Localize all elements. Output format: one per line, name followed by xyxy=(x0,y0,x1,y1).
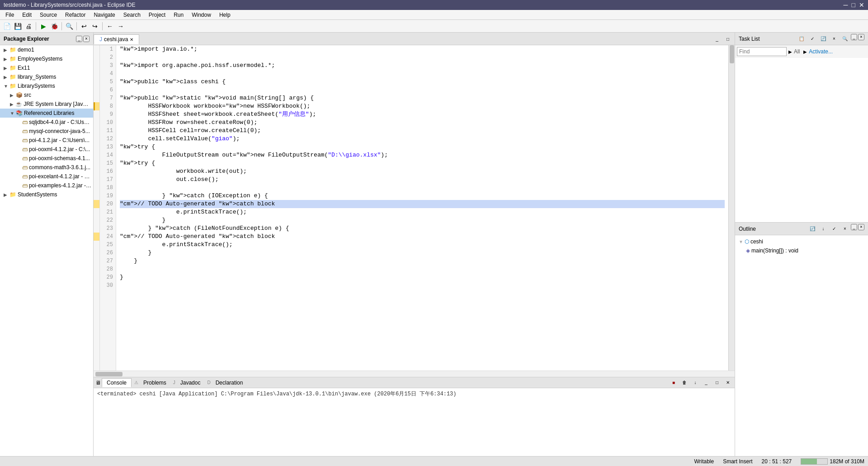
code-line-18[interactable] xyxy=(120,184,725,192)
console-close-btn[interactable]: ✕ xyxy=(723,378,733,388)
menu-project[interactable]: Project xyxy=(145,11,169,19)
tree-item-sqljdbc4-4-0-jar---c--use---[interactable]: 🗃sqljdbc4-4.0.jar - C:\Use... xyxy=(0,118,93,127)
outline-toolbar-btn3[interactable]: ✓ xyxy=(829,224,839,234)
code-line-11[interactable]: HSSFCell cell=row.createCell(0); xyxy=(120,127,725,135)
tree-item-poi-excelant-4-1-2-jar---c---[interactable]: 🗃poi-excelant-4.1.2.jar - C... xyxy=(0,172,93,181)
editor-area[interactable]: 1234567891011121314151617181920212223242… xyxy=(94,45,735,371)
outline-content[interactable]: ▼⬡ceshi◈main(String[]) : void xyxy=(735,235,868,456)
code-line-7[interactable]: "kw">public "kw">static "kw">void main(S… xyxy=(120,94,725,102)
editor-tab-ceshi[interactable]: J ceshi.java ✕ xyxy=(94,34,139,44)
code-line-2[interactable] xyxy=(120,53,725,62)
package-explorer-content[interactable]: ▶📁demo1▶📁EmployeeSystems▶📁Ex11▶📁library_… xyxy=(0,45,93,456)
outline-close-btn[interactable]: × xyxy=(858,224,864,230)
maximize-button[interactable]: □ xyxy=(852,1,855,9)
code-line-24[interactable]: "cm">// TODO Auto-generated "kw">catch b… xyxy=(120,233,725,241)
editor-maximize-btn[interactable]: □ xyxy=(723,34,733,44)
tree-item-employeesystems[interactable]: ▶📁EmployeeSystems xyxy=(0,54,93,63)
pkg-close-btn[interactable]: × xyxy=(83,36,90,42)
tree-item-studentsystems[interactable]: ▶📁StudentSystems xyxy=(0,190,93,199)
tree-item-library-systems[interactable]: ▶📁library_Systems xyxy=(0,72,93,81)
outline-minimize-btn[interactable]: _ xyxy=(851,224,857,230)
tree-item-poi-4-1-2-jar---c--users----[interactable]: 🗃poi-4.1.2.jar - C:\Users\... xyxy=(0,136,93,145)
navigate-back-button[interactable]: ← xyxy=(105,21,115,31)
code-line-21[interactable]: e.printStackTrace(); xyxy=(120,208,725,216)
memory-indicator[interactable]: 182M of 310M xyxy=(801,458,864,465)
code-line-9[interactable]: HSSFSheet sheet=workbook.createSheet("用户… xyxy=(120,110,725,119)
search-button[interactable]: 🔍 xyxy=(64,21,74,31)
code-line-6[interactable] xyxy=(120,86,725,94)
tree-item-demo1[interactable]: ▶📁demo1 xyxy=(0,45,93,54)
menu-refactor[interactable]: Refactor xyxy=(61,11,89,19)
tree-item-referenced-libraries[interactable]: ▼📚Referenced Libraries xyxy=(0,109,93,118)
editor-horizontal-scrollbar[interactable] xyxy=(94,371,735,377)
code-line-3[interactable]: "kw">import org.apache.poi.hssf.usermode… xyxy=(120,62,725,70)
code-line-8[interactable]: HSSFWorkbook workbook="kw">new HSSFWorkb… xyxy=(120,102,725,110)
code-line-13[interactable]: "kw">try { xyxy=(120,143,725,151)
tree-item-ex11[interactable]: ▶📁Ex11 xyxy=(0,63,93,72)
tree-collapse-arrow[interactable]: ▶ xyxy=(10,102,14,107)
code-line-22[interactable]: } xyxy=(120,216,725,224)
code-line-4[interactable] xyxy=(120,70,725,78)
tree-expand-arrow[interactable]: ▼ xyxy=(10,111,14,116)
tree-collapse-arrow[interactable]: ▶ xyxy=(4,192,8,197)
code-line-20[interactable]: "cm">// TODO Auto-generated "kw">catch b… xyxy=(120,200,725,208)
console-scroll-btn[interactable]: ↓ xyxy=(690,378,700,388)
code-line-26[interactable]: } xyxy=(120,249,725,257)
tasklist-toolbar-btn5[interactable]: 🔍 xyxy=(840,34,850,44)
tree-expand-arrow[interactable]: ▼ xyxy=(4,84,8,89)
run-button[interactable]: ▶ xyxy=(38,21,48,31)
tab-console[interactable]: Console xyxy=(102,378,132,387)
code-line-15[interactable]: "kw">try { xyxy=(120,159,725,167)
tasklist-toolbar-btn4[interactable]: × xyxy=(829,34,839,44)
outline-toolbar-btn1[interactable]: 🔃 xyxy=(807,224,817,234)
code-line-14[interactable]: FileOutputStream out="kw">new FileOutput… xyxy=(120,151,725,159)
tasklist-toolbar-btn1[interactable]: 📋 xyxy=(797,34,807,44)
tree-item-commons-math3-3-6-1-j---[interactable]: 🗃commons-math3-3.6.1.j... xyxy=(0,163,93,172)
code-line-17[interactable]: out.close(); xyxy=(120,176,725,184)
tab-close-icon[interactable]: ✕ xyxy=(130,37,133,42)
outline-item-main[interactable]: ◈main(String[]) : void xyxy=(737,246,866,255)
tree-item-src[interactable]: ▶📦src xyxy=(0,90,93,100)
menu-run[interactable]: Run xyxy=(170,11,187,19)
editor-vertical-scrollbar[interactable] xyxy=(728,45,735,371)
code-line-27[interactable]: } xyxy=(120,257,725,265)
tasklist-close-btn[interactable]: × xyxy=(858,34,864,40)
minimize-button[interactable]: ─ xyxy=(844,1,848,9)
tree-collapse-arrow[interactable]: ▶ xyxy=(4,57,8,62)
menu-navigate[interactable]: Navigate xyxy=(90,11,118,19)
code-content[interactable]: "kw">import java.io.*; "kw">import org.a… xyxy=(116,45,728,371)
code-line-5[interactable]: "kw">public "kw">class ceshi { xyxy=(120,78,725,86)
tasklist-activate-label[interactable]: Activate... xyxy=(809,48,833,55)
tree-item-poi-ooxml-4-1-2-jar---c-----[interactable]: 🗃poi-ooxml-4.1.2.jar - C:\... xyxy=(0,145,93,154)
menu-source[interactable]: Source xyxy=(36,11,61,19)
editor-minimize-btn[interactable]: _ xyxy=(712,34,722,44)
tree-collapse-arrow[interactable]: ▶ xyxy=(4,48,8,52)
close-button[interactable]: ✕ xyxy=(859,1,864,9)
code-line-19[interactable]: } "kw">catch (IOException e) { xyxy=(120,192,725,200)
pkg-minimize-btn[interactable]: _ xyxy=(76,36,82,42)
navigate-fwd-button[interactable]: → xyxy=(116,21,126,31)
tree-item-poi-ooxml-schemas-4-1---[interactable]: 🗃poi-ooxml-schemas-4.1... xyxy=(0,154,93,163)
debug-button[interactable]: 🐞 xyxy=(49,21,59,31)
menu-file[interactable]: File xyxy=(2,11,18,19)
outline-toolbar-btn2[interactable]: ↓ xyxy=(818,224,828,234)
tree-item-mysql-connector-java-5---[interactable]: 🗃mysql-connector-java-5... xyxy=(0,127,93,136)
outline-expand-arrow[interactable]: ▼ xyxy=(739,239,743,244)
outline-item-ceshi[interactable]: ▼⬡ceshi xyxy=(737,237,866,246)
code-line-10[interactable]: HSSFRow row=sheet.createRow(0); xyxy=(120,119,725,127)
code-line-1[interactable]: "kw">import java.io.*; xyxy=(120,45,725,53)
outline-toolbar-btn4[interactable]: × xyxy=(840,224,850,234)
tree-item-poi-examples-4-1-2-jar------[interactable]: 🗃poi-examples-4.1.2.jar - ... xyxy=(0,181,93,190)
code-line-29[interactable]: } xyxy=(120,273,725,281)
tree-item-jre-system-library--javase---[interactable]: ▶☕JRE System Library [JavaSE... xyxy=(0,100,93,109)
console-minimize-btn[interactable]: _ xyxy=(701,378,711,388)
tab-javadoc[interactable]: Javadoc xyxy=(175,378,206,387)
tasklist-minimize-btn[interactable]: _ xyxy=(851,34,857,40)
tasklist-toolbar-btn3[interactable]: 🔄 xyxy=(818,34,828,44)
tree-item-librarysystems[interactable]: ▼📁LibrarySystems xyxy=(0,81,93,90)
console-clear-btn[interactable]: 🗑 xyxy=(679,378,689,388)
code-line-25[interactable]: e.printStackTrace(); xyxy=(120,241,725,249)
tasklist-toolbar-btn2[interactable]: ✓ xyxy=(807,34,817,44)
tab-declaration[interactable]: Declaration xyxy=(211,378,248,387)
code-line-28[interactable] xyxy=(120,265,725,273)
